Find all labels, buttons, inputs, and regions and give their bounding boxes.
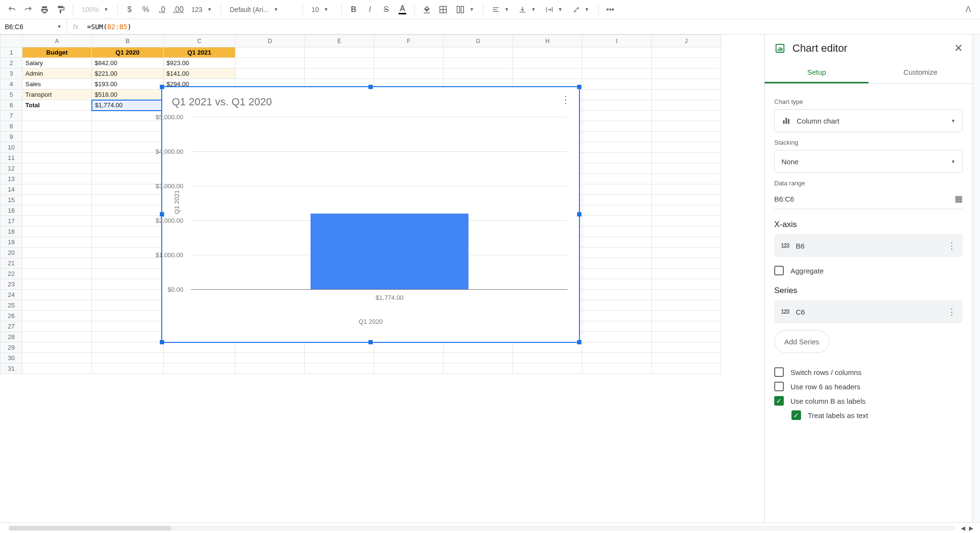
cell[interactable]: Q1 2021 <box>164 47 235 58</box>
treat-labels-checkbox[interactable]: ✓ <box>791 410 801 420</box>
cell[interactable] <box>92 269 164 279</box>
cell[interactable] <box>582 227 652 237</box>
use-col-labels-checkbox[interactable]: ✓ <box>774 396 784 406</box>
cell[interactable] <box>235 47 305 58</box>
cell[interactable] <box>92 279 164 290</box>
cell[interactable] <box>652 311 721 321</box>
cell[interactable] <box>652 121 721 132</box>
stacking-select[interactable]: None▼ <box>774 150 963 173</box>
cell[interactable] <box>22 363 92 374</box>
add-series-button[interactable]: Add Series <box>774 330 829 353</box>
cell[interactable] <box>652 184 721 195</box>
cell[interactable] <box>652 163 721 174</box>
cell[interactable] <box>513 353 582 363</box>
cell[interactable] <box>582 195 652 205</box>
use-row-header-checkbox[interactable] <box>774 382 784 391</box>
cell[interactable] <box>652 248 721 258</box>
cell[interactable] <box>582 184 652 195</box>
text-color-button[interactable]: A <box>395 2 410 17</box>
col-header[interactable]: D <box>235 35 305 47</box>
select-range-icon[interactable]: ▦ <box>955 193 963 204</box>
row-header[interactable]: 31 <box>0 363 22 374</box>
xaxis-field[interactable]: 123B6⋮ <box>774 234 963 257</box>
resize-handle[interactable] <box>368 85 373 89</box>
cell[interactable] <box>374 47 444 58</box>
cell[interactable]: $842.00 <box>92 58 164 68</box>
resize-handle[interactable] <box>160 340 164 344</box>
cell[interactable] <box>374 58 444 68</box>
number-format-select[interactable]: 123▼ <box>188 2 216 17</box>
cell[interactable] <box>582 279 652 290</box>
row-header[interactable]: 3 <box>0 68 22 79</box>
cell[interactable] <box>235 363 305 374</box>
right-scrollbar[interactable] <box>972 34 980 522</box>
cell[interactable] <box>22 142 92 153</box>
row-header[interactable]: 24 <box>0 290 22 300</box>
cell[interactable] <box>513 58 582 68</box>
cell[interactable] <box>305 58 374 68</box>
scroll-right-button[interactable]: ▶ <box>967 525 975 532</box>
cell[interactable]: Transport <box>22 90 92 100</box>
halign-button[interactable]: ▼ <box>488 2 513 17</box>
collapse-toolbar-button[interactable]: ᐱ <box>961 2 975 17</box>
cell[interactable] <box>22 279 92 290</box>
cell[interactable] <box>92 111 164 121</box>
cell[interactable] <box>22 321 92 332</box>
cell[interactable] <box>444 353 513 363</box>
row-header[interactable]: 16 <box>0 205 22 216</box>
cell[interactable] <box>92 363 164 374</box>
cell[interactable]: Salary <box>22 58 92 68</box>
tab-customize[interactable]: Customize <box>869 62 972 83</box>
cell[interactable] <box>92 132 164 142</box>
col-header[interactable]: E <box>305 35 374 47</box>
cell[interactable]: Q1 2020 <box>92 47 164 58</box>
more-button[interactable]: ••• <box>603 2 618 17</box>
cell[interactable] <box>22 184 92 195</box>
cell[interactable] <box>374 68 444 79</box>
cell[interactable] <box>652 279 721 290</box>
tab-setup[interactable]: Setup <box>765 62 869 83</box>
cell[interactable] <box>652 332 721 342</box>
cell[interactable] <box>582 58 652 68</box>
cell[interactable]: $141.00 <box>164 68 235 79</box>
row-header[interactable]: 25 <box>0 300 22 311</box>
cell[interactable] <box>92 248 164 258</box>
fill-color-button[interactable] <box>420 2 434 17</box>
cell[interactable] <box>92 258 164 269</box>
close-button[interactable]: ✕ <box>954 42 963 55</box>
percent-button[interactable]: % <box>139 2 153 17</box>
cell[interactable] <box>305 353 374 363</box>
cell[interactable] <box>582 342 652 353</box>
cell[interactable] <box>652 111 721 121</box>
cell[interactable] <box>22 332 92 342</box>
col-header[interactable]: B <box>92 35 164 47</box>
cell[interactable] <box>652 258 721 269</box>
cell[interactable] <box>582 248 652 258</box>
col-header[interactable]: C <box>164 35 235 47</box>
redo-button[interactable] <box>21 2 35 17</box>
cell[interactable] <box>582 363 652 374</box>
row-header[interactable]: 28 <box>0 332 22 342</box>
row-header[interactable]: 8 <box>0 121 22 132</box>
cell[interactable] <box>164 342 235 353</box>
cell[interactable] <box>22 163 92 174</box>
col-header[interactable]: F <box>374 35 444 47</box>
col-header[interactable]: I <box>582 35 652 47</box>
cell[interactable] <box>652 79 721 90</box>
row-header[interactable]: 22 <box>0 269 22 279</box>
cell[interactable] <box>652 227 721 237</box>
row-header[interactable]: 27 <box>0 321 22 332</box>
cell[interactable] <box>582 47 652 58</box>
row-header[interactable]: 5 <box>0 90 22 100</box>
formula-input[interactable]: =SUM(B2:B5) <box>84 23 980 31</box>
cell[interactable] <box>513 363 582 374</box>
cell[interactable] <box>92 227 164 237</box>
row-header[interactable]: 9 <box>0 132 22 142</box>
cell[interactable] <box>92 300 164 311</box>
cell[interactable] <box>22 216 92 227</box>
row-header[interactable]: 10 <box>0 142 22 153</box>
cell[interactable] <box>92 142 164 153</box>
resize-handle[interactable] <box>160 212 164 216</box>
cell[interactable] <box>582 132 652 142</box>
xaxis-menu-icon[interactable]: ⋮ <box>947 240 956 251</box>
